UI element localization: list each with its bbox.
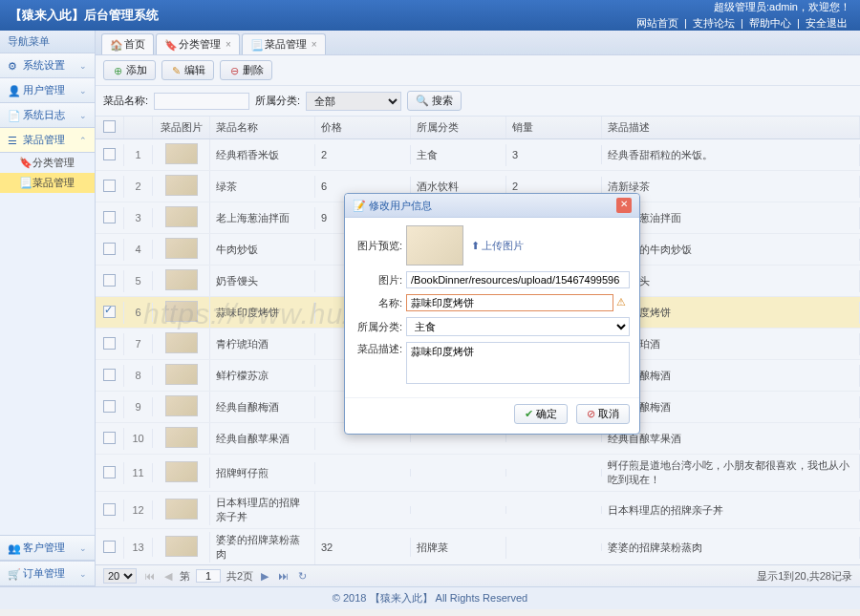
name-label: 名称: (355, 296, 406, 310)
welcome-text: 超级管理员:admin，欢迎您！ (634, 0, 850, 14)
link-home[interactable]: 网站首页 (636, 17, 678, 29)
file-icon: 📄 (8, 110, 19, 121)
img-label: 图片: (355, 273, 406, 287)
chevron-down-icon: ⌄ (79, 111, 87, 120)
preview-image (406, 225, 463, 266)
sidebar-title: 导航菜单 (0, 31, 95, 53)
chevron-down-icon: ⌄ (79, 61, 87, 71)
edit-dialog: 📝 修改用户信息 ✕ 图片预览: ⬆上传图片 图片: 名称: ⚠ (344, 193, 640, 435)
cat-select[interactable]: 主食 (406, 317, 630, 336)
nav-system-settings[interactable]: ⚙系统设置⌄ (0, 53, 95, 78)
header-right: 超级管理员:admin，欢迎您！ 网站首页 | 支持论坛 | 帮助中心 | 安全… (634, 0, 850, 31)
nav-sub-dish[interactable]: 📃菜品管理 (0, 173, 95, 193)
img-path-input[interactable] (406, 271, 630, 288)
dialog-ok-button[interactable]: ✔确定 (514, 404, 568, 424)
doc-icon: 📃 (19, 177, 29, 189)
desc-label: 菜品描述: (355, 342, 406, 356)
nav-order-mgmt[interactable]: 🛒订单管理⌄ (0, 561, 95, 586)
content-area: 🏠首页 🔖分类管理× 📃菜品管理× ⊕添加 ✎编辑 ⊖删除 菜品名称: 所属分类… (96, 31, 860, 586)
check-icon: ✔ (525, 408, 533, 420)
link-help[interactable]: 帮助中心 (749, 17, 791, 29)
sidebar: 导航菜单 ⚙系统设置⌄ 👤用户管理⌄ 📄系统日志⌄ ☰菜品管理⌃ 🔖分类管理 📃… (0, 31, 96, 586)
warning-icon: ⚠ (616, 296, 630, 309)
nav-customer-mgmt[interactable]: 👥客户管理⌄ (0, 535, 95, 561)
tag-icon: 🔖 (19, 157, 29, 169)
cat-label: 所属分类: (355, 320, 406, 334)
desc-textarea[interactable]: 蒜味印度烤饼 (406, 342, 630, 384)
link-forum[interactable]: 支持论坛 (693, 17, 735, 29)
chevron-down-icon: ⌄ (79, 86, 87, 96)
nav-sub-category[interactable]: 🔖分类管理 (0, 153, 95, 173)
gear-icon: ⚙ (8, 60, 19, 72)
nav-system-log[interactable]: 📄系统日志⌄ (0, 103, 95, 128)
link-logout[interactable]: 安全退出 (806, 17, 848, 29)
dialog-close-button[interactable]: ✕ (616, 198, 632, 213)
edit-icon: 📝 (353, 200, 366, 212)
dialog-title-bar[interactable]: 📝 修改用户信息 ✕ (345, 194, 639, 218)
name-input[interactable] (406, 294, 613, 311)
nav-user-mgmt[interactable]: 👤用户管理⌄ (0, 78, 95, 103)
user-icon: 👥 (8, 542, 19, 554)
cancel-icon: ⊘ (587, 408, 595, 420)
footer: © 2018 【猿来入此】 All Rights Reserved (0, 586, 860, 609)
app-title: 【猿来入此】后台管理系统 (10, 7, 634, 24)
chevron-down-icon: ⌄ (79, 569, 87, 579)
dialog-cancel-button[interactable]: ⊘取消 (576, 404, 630, 424)
upload-button[interactable]: ⬆上传图片 (471, 239, 524, 253)
user-icon: 👤 (8, 85, 19, 96)
preview-label: 图片预览: (355, 239, 406, 253)
app-header: 【猿来入此】后台管理系统 超级管理员:admin，欢迎您！ 网站首页 | 支持论… (0, 0, 860, 31)
chevron-down-icon: ⌄ (79, 543, 87, 553)
list-icon: ☰ (8, 135, 19, 146)
upload-icon: ⬆ (471, 240, 480, 252)
nav-dish-mgmt[interactable]: ☰菜品管理⌃ (0, 128, 95, 153)
chevron-up-icon: ⌃ (79, 136, 87, 145)
cart-icon: 🛒 (8, 568, 19, 580)
